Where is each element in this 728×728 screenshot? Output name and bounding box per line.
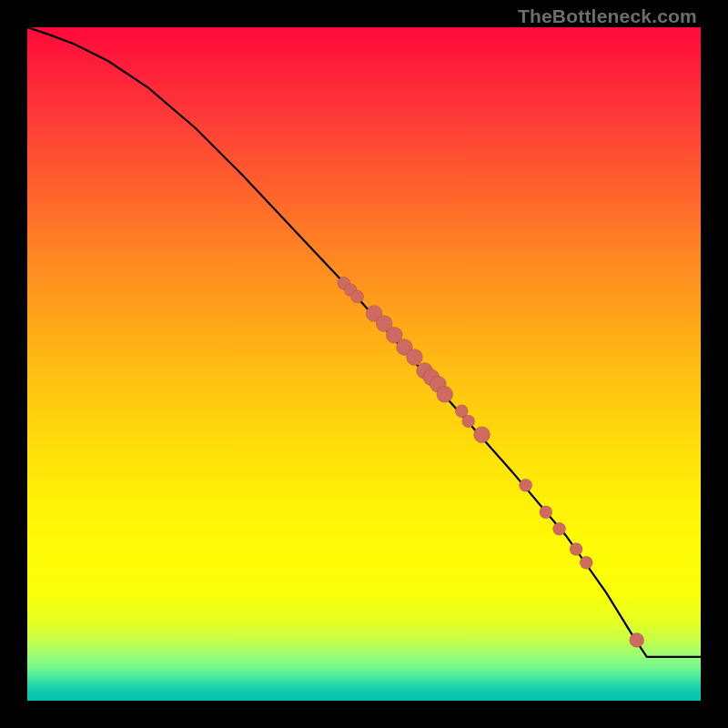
data-point — [540, 506, 552, 519]
data-point — [462, 415, 475, 428]
data-point — [630, 632, 644, 647]
chart-overlay — [27, 27, 701, 701]
scatter-points — [338, 277, 644, 647]
data-point — [580, 556, 592, 569]
data-point — [351, 290, 364, 303]
data-point — [520, 479, 532, 491]
data-point — [570, 543, 582, 556]
data-point — [437, 386, 453, 402]
data-point — [553, 522, 566, 535]
data-point — [474, 427, 490, 443]
chart-frame: TheBottleneck.com — [0, 0, 728, 728]
watermark-label: TheBottleneck.com — [518, 5, 697, 27]
curve-line — [27, 27, 701, 657]
data-point — [407, 349, 423, 366]
